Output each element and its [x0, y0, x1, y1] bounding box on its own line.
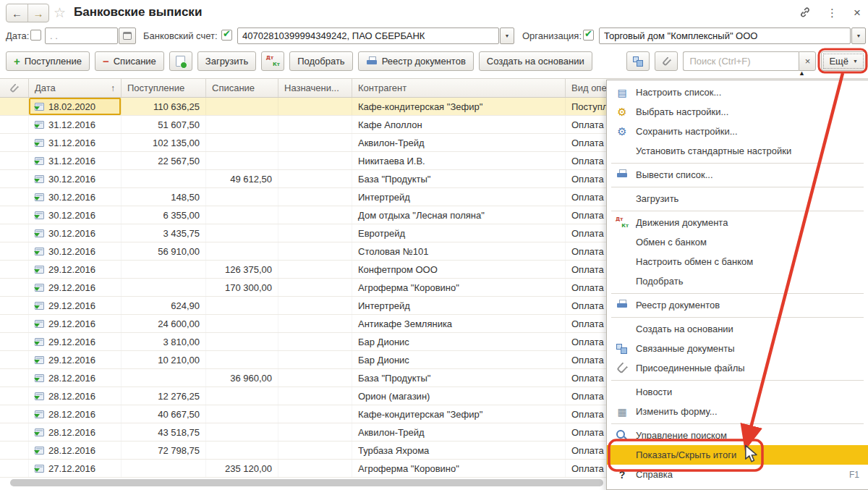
- search-input[interactable]: [683, 51, 799, 71]
- bank-account-checkbox[interactable]: [221, 30, 232, 41]
- attachment-cell: [0, 188, 29, 206]
- organization-label: Организация:: [522, 30, 582, 41]
- menu-item[interactable]: Подобрать: [607, 271, 868, 291]
- writeoff-cell: 49 612,50: [206, 170, 278, 187]
- contractor-column-header[interactable]: Контрагент: [352, 79, 566, 97]
- attachment-cell: [0, 387, 29, 405]
- attachment-cell: [0, 98, 29, 115]
- menu-item[interactable]: Присоединенные файлы: [607, 358, 868, 378]
- menu-item-label: Новости: [636, 386, 859, 397]
- menu-item[interactable]: Новости: [607, 382, 868, 402]
- chevron-down-icon: ▼: [505, 33, 510, 38]
- scrollbar-thumb[interactable]: [10, 479, 603, 486]
- printer-icon: [366, 56, 378, 67]
- writeoff-button[interactable]: −Списание: [95, 51, 164, 71]
- attachment-cell: [0, 116, 29, 133]
- forward-button[interactable]: →: [27, 4, 48, 22]
- menu-item[interactable]: Установить стандартные настройки: [607, 141, 868, 161]
- menu-item[interactable]: Справка F1: [607, 465, 868, 484]
- posted-document-icon: [35, 175, 44, 183]
- linked-documents-button[interactable]: [626, 51, 650, 71]
- receipt-cell: [122, 170, 206, 187]
- receipt-cell: 22 567,50: [122, 152, 206, 169]
- purpose-cell: [278, 351, 352, 368]
- receipt-cell: 43 518,75: [122, 423, 206, 441]
- menu-item[interactable]: Движения документа: [607, 213, 868, 232]
- posted-document-icon: [35, 229, 44, 237]
- menu-item[interactable]: Реестр документов: [607, 295, 868, 315]
- close-icon[interactable]: ×: [854, 6, 861, 20]
- receipt-button[interactable]: +Поступление: [6, 51, 90, 71]
- purpose-column-header[interactable]: Назначени...: [278, 79, 352, 97]
- attached-files-button[interactable]: [655, 51, 678, 71]
- writeoff-cell: 36 960,00: [206, 369, 278, 386]
- postings-button[interactable]: [261, 51, 284, 71]
- menu-item-label: Реестр документов: [636, 300, 859, 311]
- menu-item[interactable]: Выбрать настройки...: [607, 102, 868, 122]
- writeoff-cell: [206, 387, 278, 405]
- contractor-cell: Аквилон-Трейд: [352, 423, 566, 441]
- window-more-icon[interactable]: ⋮: [827, 7, 838, 20]
- attachment-cell: [0, 351, 29, 368]
- more-button[interactable]: Ещё▼: [821, 51, 866, 71]
- purpose-cell: [278, 387, 352, 405]
- search-clear-button[interactable]: ×: [799, 51, 816, 71]
- attachment-cell: [0, 423, 29, 441]
- menu-item[interactable]: Сохранить настройки...: [607, 122, 868, 141]
- calendar-button[interactable]: [119, 28, 136, 44]
- purpose-cell: [278, 206, 352, 224]
- menu-item[interactable]: Обмен с банком: [607, 232, 868, 252]
- date-cell: 30.12.2016: [29, 170, 122, 187]
- writeoff-cell: 170 300,00: [206, 279, 278, 296]
- chevron-down-icon: ▼: [853, 59, 858, 64]
- contractor-cell: Кафе-кондитерская "Зефир": [352, 98, 566, 115]
- organization-dropdown-button[interactable]: ▼: [851, 28, 866, 44]
- menu-item-label: Связанные документы: [636, 343, 859, 354]
- date-column-header[interactable]: Дата↑: [29, 79, 122, 97]
- bank-account-input[interactable]: [237, 28, 499, 44]
- date-input[interactable]: [45, 28, 118, 44]
- register-button[interactable]: Реестр документов: [358, 51, 474, 71]
- date-filter-checkbox[interactable]: [30, 30, 41, 41]
- attachment-column-header[interactable]: [0, 79, 29, 97]
- receipt-cell: [122, 261, 206, 278]
- writeoff-column-header[interactable]: Списание: [206, 79, 278, 97]
- organization-input[interactable]: [599, 28, 851, 44]
- create-statement-button[interactable]: [169, 51, 192, 71]
- organization-checkbox[interactable]: [583, 30, 594, 41]
- contractor-cell: Интертрейд: [352, 297, 566, 314]
- menu-item[interactable]: Показать/Скрыть итоги: [607, 445, 868, 465]
- receipt-column-header[interactable]: Поступление: [122, 79, 206, 97]
- sort-asc-icon: ↑: [111, 83, 115, 93]
- posted-document-icon: [35, 139, 44, 147]
- contractor-cell: Никитаева И.В.: [352, 152, 566, 169]
- purpose-cell: [278, 188, 352, 206]
- horizontal-scrollbar[interactable]: [0, 478, 606, 487]
- date-cell: 31.12.2016: [29, 134, 122, 151]
- pick-button[interactable]: Подобрать: [289, 51, 352, 71]
- purpose-cell: [278, 170, 352, 187]
- contractor-cell: Турбаза Яхрома: [352, 442, 566, 459]
- back-button[interactable]: ←: [7, 4, 27, 22]
- writeoff-cell: [206, 405, 278, 423]
- favorite-star-icon[interactable]: ☆: [54, 4, 66, 21]
- link-icon[interactable]: [799, 7, 811, 20]
- posted-document-icon: [35, 374, 44, 382]
- menu-item[interactable]: Управление поиском: [607, 426, 868, 445]
- purpose-cell: [278, 297, 352, 314]
- load-button[interactable]: Загрузить: [197, 51, 256, 71]
- menu-item[interactable]: Настроить список...: [607, 83, 868, 102]
- menu-item[interactable]: Вывести список...: [607, 165, 868, 185]
- date-cell: 29.12.2016: [29, 261, 122, 278]
- menu-item[interactable]: Связанные документы: [607, 339, 868, 358]
- menu-item[interactable]: Настроить обмен с банком: [607, 252, 868, 271]
- menu-item[interactable]: Загрузить: [607, 189, 868, 208]
- date-cell: 27.12.2016: [29, 460, 122, 477]
- bank-account-dropdown-button[interactable]: ▼: [500, 28, 514, 44]
- attachment-cell: [0, 369, 29, 386]
- create-based-button[interactable]: Создать на основании: [479, 51, 592, 71]
- menu-item[interactable]: Изменить форму...: [607, 402, 868, 421]
- date-cell: 18.02.2020: [29, 98, 122, 115]
- menu-item[interactable]: Создать на основании: [607, 319, 868, 339]
- contractor-cell: База "Продукты": [352, 369, 566, 386]
